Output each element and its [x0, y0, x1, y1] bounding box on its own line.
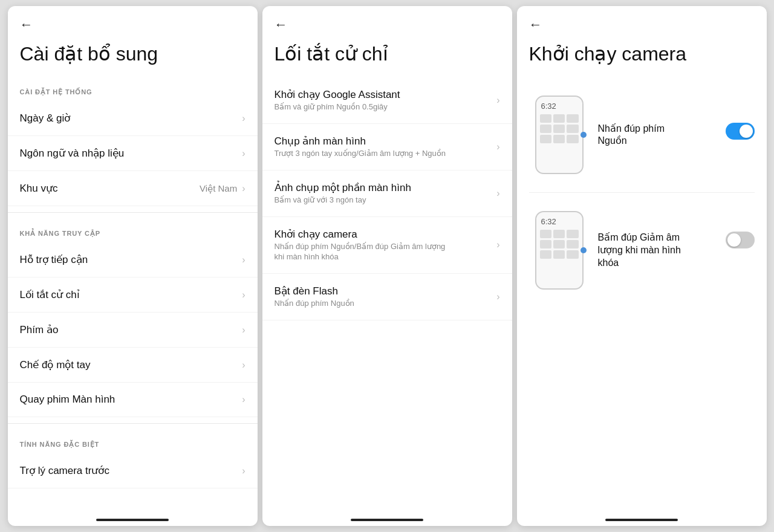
- grid-cell: [540, 135, 551, 143]
- menu-subtitle-flash: Nhấn đúp phím Nguồn: [275, 299, 354, 309]
- phone-dot-1: [580, 132, 587, 138]
- section-label-accessibility: KHẢ NĂNG TRUY CẬP: [8, 219, 258, 242]
- menu-item-region[interactable]: Khu vực Việt Nam ›: [8, 171, 258, 206]
- chevron-icon: ›: [496, 141, 499, 152]
- camera-option-2: 6:32 Bấm đúp Giảm âm lượng khi màn hình …: [517, 193, 767, 308]
- divider2: [8, 423, 258, 424]
- back-button-panel3[interactable]: ←: [517, 6, 767, 37]
- menu-subtitle-partial-screenshot: Bấm và giữ với 3 ngón tay: [275, 195, 411, 206]
- menu-item-front-camera[interactable]: Trợ lý camera trước ›: [8, 453, 258, 488]
- back-arrow-icon3: ←: [529, 17, 542, 33]
- menu-item-flash[interactable]: Bật đèn Flash Nhấn đúp phím Nguồn ›: [262, 274, 512, 320]
- camera-option-right-2: Bấm đúp Giảm âm lượng khi màn hình khóa: [598, 232, 755, 269]
- grid-cell: [540, 114, 551, 123]
- home-bar2: [351, 519, 423, 521]
- menu-title-one-hand: Chế độ một tay: [20, 358, 91, 371]
- grid-cell: [567, 114, 578, 123]
- chevron-icon: ›: [496, 188, 499, 199]
- phone-mockup-2: 6:32: [535, 211, 584, 290]
- page-title-panel2: Lối tắt cử chỉ: [262, 37, 512, 77]
- menu-title-screen-record: Quay phim Màn hình: [20, 394, 115, 406]
- camera-option-right-1: Nhấn đúp phím Nguồn: [598, 123, 755, 148]
- home-indicator: [8, 507, 258, 526]
- menu-item-partial-screenshot[interactable]: Ảnh chụp một phần màn hình Bấm và giữ vớ…: [262, 170, 512, 217]
- panel-gesture-shortcuts: ← Lối tắt cử chỉ Khởi chạy Google Assist…: [262, 6, 512, 526]
- mockup-time-1: 6:32: [540, 102, 556, 111]
- menu-title-date-time: Ngày & giờ: [20, 112, 71, 125]
- camera-option-label-1: Nhấn đúp phím Nguồn: [598, 123, 695, 148]
- menu-title-screenshot: Chụp ảnh màn hình: [275, 135, 446, 148]
- grid-cell: [540, 250, 551, 259]
- toggle-option-1[interactable]: [726, 123, 755, 140]
- grid-cell: [553, 135, 565, 143]
- grid-cell: [540, 230, 551, 238]
- camera-option-1: 6:32 Nhấn đúp phím Nguồn: [517, 77, 767, 192]
- menu-title-google-assistant: Khởi chạy Google Assistant: [275, 88, 400, 101]
- menu-title-flash: Bật đèn Flash: [275, 285, 354, 297]
- back-arrow-icon2: ←: [275, 17, 288, 33]
- grid-cell: [553, 125, 565, 133]
- menu-item-screen-record[interactable]: Quay phim Màn hình ›: [8, 383, 258, 417]
- grid-cell: [553, 240, 565, 248]
- grid-cell: [567, 135, 578, 143]
- chevron-icon: ›: [242, 325, 245, 336]
- menu-item-launch-camera[interactable]: Khởi chạy camera Nhấn đúp phím Nguồn/Bấm…: [262, 217, 512, 274]
- menu-title-accessibility: Hỗ trợ tiếp cận: [20, 253, 88, 266]
- section-label-special: TÍNH NĂNG ĐẶC BIỆT: [8, 430, 258, 453]
- grid-cell: [567, 125, 578, 133]
- menu-item-date-time[interactable]: Ngày & giờ ›: [8, 101, 258, 136]
- chevron-icon: ›: [242, 290, 245, 300]
- chevron-icon: ›: [242, 465, 245, 476]
- grid-cell: [553, 114, 565, 123]
- menu-title-shortcuts: Lối tắt cử chỉ: [20, 288, 80, 301]
- menu-title-partial-screenshot: Ảnh chụp một phần màn hình: [275, 181, 411, 194]
- chevron-icon: ›: [242, 255, 245, 265]
- menu-item-one-hand[interactable]: Chế độ một tay ›: [8, 348, 258, 383]
- home-indicator2: [262, 507, 512, 526]
- menu-subtitle-google-assistant: Bấm và giữ phím Nguồn 0.5giây: [275, 102, 400, 112]
- phone-dot-2: [580, 247, 587, 253]
- home-bar3: [605, 519, 678, 521]
- menu-subtitle-launch-camera: Nhấn đúp phím Nguồn/Bấm đúp Giảm âm lượn…: [275, 242, 456, 262]
- toggle-knob-1: [740, 125, 753, 138]
- menu-title-virtual-keys: Phím ảo: [20, 323, 59, 336]
- menu-title-front-camera: Trợ lý camera trước: [20, 464, 109, 477]
- grid-cell: [553, 250, 565, 259]
- grid-cell: [540, 125, 551, 133]
- chevron-icon: ›: [496, 239, 499, 250]
- mockup-grid-1: [540, 114, 579, 143]
- page-title-panel1: Cài đặt bổ sung: [8, 37, 258, 77]
- menu-title-region: Khu vực: [20, 182, 58, 195]
- chevron-icon: ›: [242, 113, 245, 124]
- phone-mockup-1: 6:32: [535, 96, 584, 174]
- chevron-icon: ›: [496, 291, 499, 302]
- grid-cell: [567, 250, 578, 259]
- home-indicator3: [517, 507, 767, 526]
- menu-item-language[interactable]: Ngôn ngữ và nhập liệu ›: [8, 136, 258, 171]
- panel-additional-settings: ← Cài đặt bổ sung CÀI ĐẶT HỆ THỐNG Ngày …: [8, 6, 258, 526]
- divider: [8, 212, 258, 213]
- menu-item-accessibility[interactable]: Hỗ trợ tiếp cận ›: [8, 242, 258, 277]
- camera-option-label-2: Bấm đúp Giảm âm lượng khi màn hình khóa: [598, 232, 695, 269]
- menu-subtitle-screenshot: Trượt 3 ngón tay xuống/Giảm âm lượng + N…: [275, 149, 446, 159]
- grid-cell: [567, 240, 578, 248]
- menu-item-shortcuts[interactable]: Lối tắt cử chỉ ›: [8, 277, 258, 313]
- panel-camera-launch: ← Khởi chạy camera 6:32: [517, 6, 767, 526]
- grid-cell: [567, 230, 578, 238]
- menu-title-launch-camera: Khởi chạy camera: [275, 228, 456, 241]
- back-button-panel2[interactable]: ←: [262, 6, 512, 37]
- back-arrow-icon: ←: [20, 17, 33, 33]
- back-button-panel1[interactable]: ←: [8, 6, 258, 37]
- menu-item-screenshot[interactable]: Chụp ảnh màn hình Trượt 3 ngón tay xuống…: [262, 124, 512, 170]
- chevron-icon: ›: [242, 183, 245, 194]
- menu-title-language: Ngôn ngữ và nhập liệu: [20, 147, 125, 160]
- toggle-knob-2: [727, 233, 741, 247]
- chevron-icon: ›: [242, 148, 245, 159]
- mockup-grid-2: [540, 230, 579, 259]
- mockup-time-2: 6:32: [540, 217, 556, 226]
- toggle-option-2[interactable]: [726, 232, 755, 248]
- menu-item-google-assistant[interactable]: Khởi chạy Google Assistant Bấm và giữ ph…: [262, 77, 512, 124]
- page-title-panel3: Khởi chạy camera: [517, 37, 767, 77]
- grid-cell: [540, 240, 551, 248]
- menu-item-virtual-keys[interactable]: Phím ảo ›: [8, 313, 258, 348]
